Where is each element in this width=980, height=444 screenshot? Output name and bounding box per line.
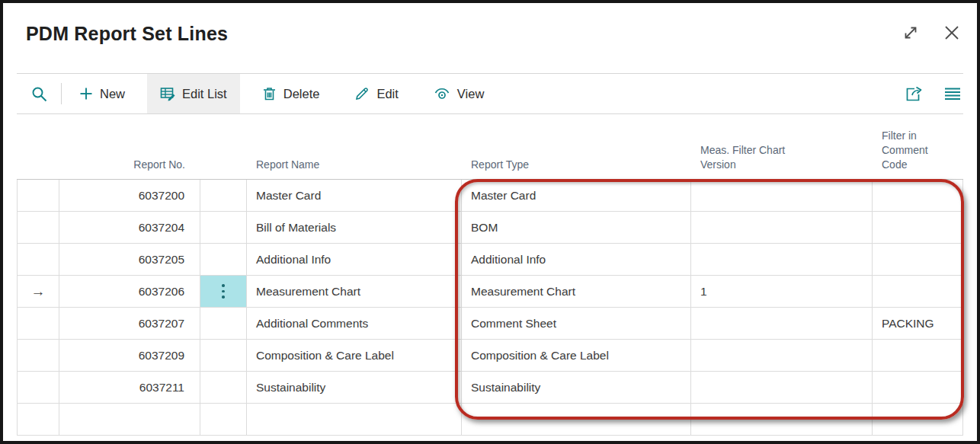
cell-meas-filter-chart-version[interactable] — [691, 212, 873, 244]
table-row[interactable]: 6037209Composition & Care LabelCompositi… — [17, 340, 963, 372]
edit-button[interactable]: Edit — [341, 74, 411, 113]
cell-filter-in-comment-code[interactable] — [873, 404, 963, 436]
row-indicator-cell — [17, 372, 59, 404]
view-button-label: View — [457, 87, 484, 101]
row-indicator-cell: → — [17, 276, 59, 308]
trash-icon — [262, 86, 277, 101]
table-row[interactable]: 6037205Additional InfoAdditional Info — [17, 244, 963, 276]
cell-report-no[interactable]: 6037206 — [59, 276, 200, 308]
close-icon[interactable] — [940, 21, 963, 44]
cell-report-no[interactable]: 6037209 — [59, 340, 200, 372]
row-indicator-cell — [17, 308, 59, 340]
table-row[interactable]: 6037204Bill of MaterialsBOM — [17, 212, 963, 244]
cell-meas-filter-chart-version[interactable] — [691, 180, 873, 212]
cell-filter-in-comment-code[interactable] — [873, 212, 963, 244]
row-menu-cell[interactable] — [200, 180, 247, 212]
cell-report-type[interactable]: Master Card — [462, 180, 691, 212]
action-toolbar: New Edit List — [17, 73, 963, 114]
cell-report-name[interactable]: Additional Info — [247, 244, 462, 276]
cell-meas-filter-chart-version[interactable] — [691, 372, 873, 404]
cell-meas-filter-chart-version[interactable]: 1 — [691, 276, 873, 308]
plus-icon — [79, 87, 93, 101]
column-header-report-type[interactable]: Report Type — [462, 114, 691, 179]
edit-list-button[interactable]: Edit List — [147, 74, 240, 113]
cell-report-type[interactable]: Measurement Chart — [462, 276, 691, 308]
column-header-filter-in-comment-code[interactable]: Filter in Comment Code — [873, 114, 963, 179]
share-icon[interactable] — [905, 85, 924, 102]
cell-report-name[interactable] — [247, 404, 462, 436]
report-lines-table: Report No. Report Name Report Type Meas.… — [17, 114, 963, 436]
row-menu-cell[interactable] — [200, 308, 247, 340]
cell-report-type[interactable]: Additional Info — [462, 244, 691, 276]
table-row[interactable]: 6037200Master CardMaster Card — [17, 180, 963, 212]
table-header-row: Report No. Report Name Report Type Meas.… — [17, 114, 963, 180]
view-button[interactable]: View — [421, 74, 497, 113]
expand-icon[interactable] — [899, 21, 922, 44]
cell-report-no[interactable]: 6037204 — [59, 212, 200, 244]
pencil-icon — [354, 86, 370, 101]
cell-report-name[interactable]: Additional Comments — [247, 308, 462, 340]
cell-report-type[interactable]: BOM — [462, 212, 691, 244]
row-indicator-cell — [17, 404, 59, 436]
titlebar: PDM Report Set Lines — [3, 3, 977, 73]
column-header-row-menu — [200, 114, 247, 179]
selected-row-arrow-icon: → — [31, 283, 46, 300]
column-header-report-no[interactable]: Report No. — [59, 114, 200, 179]
row-indicator-cell — [17, 212, 59, 244]
cell-meas-filter-chart-version[interactable] — [691, 404, 873, 436]
cell-report-type[interactable]: Sustainability — [462, 372, 691, 404]
row-menu-cell[interactable] — [200, 372, 247, 404]
row-menu-cell[interactable] — [200, 276, 247, 308]
toolbar-right-icons — [905, 74, 963, 113]
cell-report-name[interactable]: Sustainability — [247, 372, 462, 404]
cell-meas-filter-chart-version[interactable] — [691, 308, 873, 340]
options-list-icon[interactable] — [943, 86, 962, 101]
edit-list-button-label: Edit List — [182, 87, 227, 101]
cell-report-type[interactable]: Comment Sheet — [462, 308, 691, 340]
cell-report-type[interactable]: Composition & Care Label — [462, 340, 691, 372]
page-title: PDM Report Set Lines — [3, 3, 977, 45]
vertical-ellipsis-icon[interactable] — [222, 284, 225, 299]
edit-button-label: Edit — [376, 87, 398, 101]
cell-report-name[interactable]: Measurement Chart — [247, 276, 462, 308]
row-menu-cell[interactable] — [200, 404, 247, 436]
table-body: 6037200Master CardMaster Card6037204Bill… — [17, 180, 963, 436]
cell-filter-in-comment-code[interactable] — [873, 372, 963, 404]
cell-meas-filter-chart-version[interactable] — [691, 340, 873, 372]
cell-filter-in-comment-code[interactable] — [873, 276, 963, 308]
new-button-label: New — [100, 87, 125, 101]
cell-meas-filter-chart-version[interactable] — [691, 244, 873, 276]
row-indicator-cell — [17, 340, 59, 372]
cell-report-no[interactable]: 6037211 — [59, 372, 200, 404]
cell-report-name[interactable]: Master Card — [247, 180, 462, 212]
edit-list-icon — [160, 86, 175, 101]
table-row[interactable] — [17, 404, 963, 436]
table-row[interactable]: 6037211SustainabilitySustainability — [17, 372, 963, 404]
cell-filter-in-comment-code[interactable] — [873, 244, 963, 276]
cell-report-no[interactable]: 6037205 — [59, 244, 200, 276]
table-row[interactable]: →6037206Measurement ChartMeasurement Cha… — [17, 276, 963, 308]
table-row[interactable]: 6037207Additional CommentsComment SheetP… — [17, 308, 963, 340]
column-header-indicator — [17, 114, 59, 179]
window-controls — [899, 21, 963, 44]
search-icon[interactable] — [17, 74, 61, 113]
row-menu-cell[interactable] — [200, 244, 247, 276]
cell-report-no[interactable]: 6037200 — [59, 180, 200, 212]
row-indicator-cell — [17, 244, 59, 276]
cell-report-name[interactable]: Bill of Materials — [247, 212, 462, 244]
cell-report-no[interactable]: 6037207 — [59, 308, 200, 340]
cell-filter-in-comment-code[interactable] — [873, 180, 963, 212]
row-menu-cell[interactable] — [200, 340, 247, 372]
row-menu-cell[interactable] — [200, 212, 247, 244]
cell-report-type[interactable] — [462, 404, 691, 436]
cell-filter-in-comment-code[interactable] — [873, 340, 963, 372]
cell-filter-in-comment-code[interactable]: PACKING — [873, 308, 963, 340]
cell-report-no[interactable] — [59, 404, 200, 436]
pdm-report-set-lines-window: PDM Report Set Lines — [0, 0, 980, 444]
cell-report-name[interactable]: Composition & Care Label — [247, 340, 462, 372]
toolbar-divider — [61, 83, 62, 104]
column-header-report-name[interactable]: Report Name — [247, 114, 462, 179]
new-button[interactable]: New — [66, 74, 138, 113]
delete-button[interactable]: Delete — [249, 74, 333, 113]
column-header-meas-filter-chart-version[interactable]: Meas. Filter Chart Version — [691, 114, 873, 179]
